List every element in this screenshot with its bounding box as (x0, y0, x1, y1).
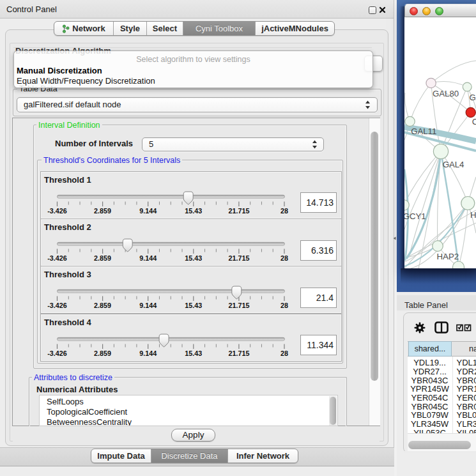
svg-text:9.144: 9.144 (139, 302, 157, 309)
svg-text:HAP2: HAP2 (437, 252, 459, 261)
svg-text:CA: CA (472, 117, 476, 127)
svg-text:9.144: 9.144 (139, 254, 157, 262)
svg-text:9.144: 9.144 (139, 349, 157, 357)
svg-text:GAL80: GAL80 (433, 89, 459, 98)
svg-text:GCY1: GCY1 (404, 211, 426, 221)
svg-text:-3.426: -3.426 (47, 302, 67, 309)
svg-text:15.43: 15.43 (185, 207, 202, 215)
svg-text:28: 28 (280, 349, 288, 357)
svg-text:21.715: 21.715 (228, 302, 249, 309)
svg-text:21.715: 21.715 (228, 349, 249, 357)
svg-text:GA: GA (470, 93, 476, 102)
svg-text:2.859: 2.859 (94, 254, 111, 262)
svg-text:21.715: 21.715 (228, 207, 249, 215)
svg-text:9.144: 9.144 (139, 207, 157, 215)
svg-text:15.43: 15.43 (185, 302, 202, 309)
svg-text:28: 28 (280, 207, 288, 215)
svg-text:15.43: 15.43 (185, 254, 202, 262)
svg-text:GAL11: GAL11 (411, 127, 436, 136)
svg-text:2.859: 2.859 (94, 207, 111, 215)
svg-text:GAL4: GAL4 (443, 160, 464, 169)
svg-text:2.859: 2.859 (94, 349, 111, 357)
svg-text:2.859: 2.859 (94, 302, 111, 309)
svg-text:HI: HI (470, 210, 476, 220)
svg-text:28: 28 (280, 302, 288, 309)
svg-text:21.715: 21.715 (228, 254, 249, 262)
svg-text:-3.426: -3.426 (47, 254, 67, 262)
svg-text:-3.426: -3.426 (47, 207, 67, 215)
svg-text:28: 28 (280, 254, 288, 262)
svg-text:15.43: 15.43 (185, 349, 202, 357)
svg-text:-3.426: -3.426 (47, 349, 67, 357)
